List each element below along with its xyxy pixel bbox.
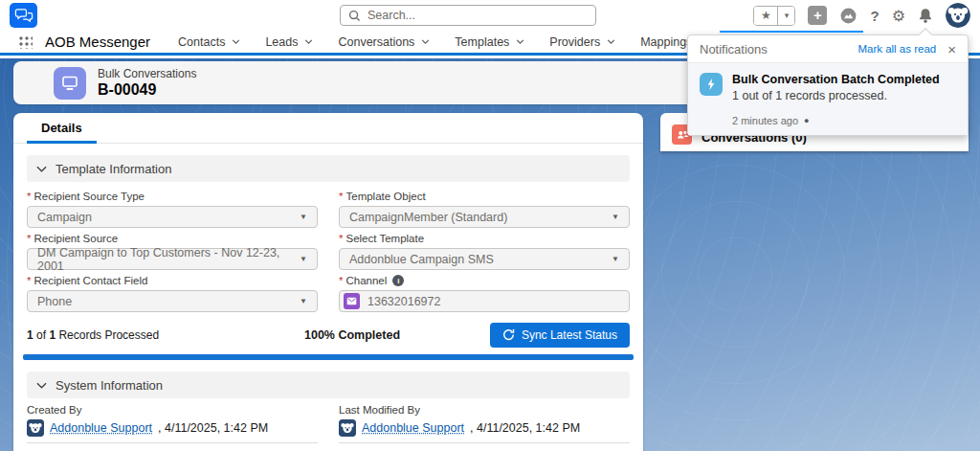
tab-leads[interactable]: Leads [253,31,325,53]
global-header: ★ ▾ + ? ⚙ [0,0,980,31]
trailhead-icon[interactable] [839,7,858,25]
sms-channel-icon [344,293,360,309]
notifications-bell-button[interactable] [918,8,933,24]
recipient-source-type-select[interactable]: Campaign▼ [27,206,318,228]
close-icon[interactable]: × [947,42,956,56]
chevron-down-icon [607,39,615,44]
record-object-label: Bulk Conversations [98,67,196,80]
last-modified-by-user-link[interactable]: Addonblue Support [362,421,464,435]
sync-latest-status-button[interactable]: Sync Latest Status [490,323,630,348]
chevron-down-icon [232,39,240,44]
tab-details[interactable]: Details [27,113,97,144]
app-screen: ★ ▾ + ? ⚙ AOB Messenger Contacts Leads C… [0,0,980,451]
user-avatar-small [339,419,356,437]
user-avatar[interactable] [946,3,970,28]
notifications-title: Notifications [700,42,768,56]
created-by-datetime: , 4/11/2025, 1:42 PM [158,421,268,435]
header-actions: ★ ▾ + ? ⚙ [753,4,970,27]
mark-all-as-read-link[interactable]: Mark all as read [858,43,936,55]
notification-body: 1 out of 1 records processed. [732,89,940,102]
field-template-object: *Template Object CampaignMember (Standar… [339,186,630,228]
select-arrow-icon: ▼ [612,255,619,263]
batch-progress-bar [23,354,634,360]
field-last-modified-by: Last Modified By Addonblue Support, 4/11… [339,404,630,451]
global-add-button[interactable]: + [808,6,827,25]
favorites-dropdown-button[interactable]: ▾ [778,7,794,25]
created-by-user-link[interactable]: Addonblue Support [50,421,152,435]
card-tabs: Details [13,113,643,144]
help-button[interactable]: ? [870,8,879,24]
details-card: Details Template Information *Recipient … [13,113,643,451]
notification-timestamp: 2 minutes ago [732,115,798,126]
tab-conversations[interactable]: Conversations [325,31,442,53]
system-information-fields: Created By Addonblue Support, 4/11/2025,… [13,398,643,451]
records-processed-text: 1 of 1 Records Processed [27,328,159,342]
field-select-template: *Select Template Addonblue Campaign SMS▼ [339,228,630,270]
select-template-select[interactable]: Addonblue Campaign SMS▼ [339,248,630,270]
info-icon[interactable]: i [392,275,404,286]
section-system-information[interactable]: System Information [27,372,630,398]
select-arrow-icon: ▼ [300,297,307,305]
bulk-conversation-record-icon [54,67,86,100]
select-arrow-icon: ▼ [300,213,307,221]
notification-title: Bulk Conversation Batch Completed [732,73,940,86]
tab-contacts[interactable]: Contacts [166,31,253,53]
setup-gear-button[interactable]: ⚙ [892,7,905,25]
search-icon [348,10,361,22]
select-arrow-icon: ▼ [612,213,619,221]
field-recipient-source: *Recipient Source DM Campaign to Top Cus… [27,228,318,270]
chevron-down-icon [36,166,47,172]
notifications-popup: Notifications Mark all as read × Bulk Co… [687,34,969,136]
chevron-down-icon [516,39,524,44]
favorites-star-button[interactable]: ★ [754,7,778,25]
tab-providers[interactable]: Providers [537,31,628,53]
record-name: B-00049 [98,81,196,99]
tab-templates[interactable]: Templates [442,31,537,53]
notification-item[interactable]: Bulk Conversation Batch Completed 1 out … [688,63,968,135]
chevron-down-icon [421,39,430,44]
batch-progress-row: 1 of 1 Records Processed 100% Completed … [27,322,630,348]
field-recipient-contact-field: *Recipient Contact Field Phone▼ [27,270,318,312]
app-name: AOB Messenger [45,34,150,50]
field-recipient-source-type: *Recipient Source Type Campaign▼ [27,186,318,228]
chevron-down-icon [36,382,47,389]
search-input[interactable] [368,9,588,22]
sync-icon [502,328,515,341]
app-launcher-icon[interactable] [18,34,33,49]
section-template-information[interactable]: Template Information [27,155,630,182]
field-created-by: Created By Addonblue Support, 4/11/2025,… [27,404,318,451]
field-channel: *Channeli 13632016972 [339,270,630,312]
template-information-fields: *Recipient Source Type Campaign▼ *Templa… [13,182,643,312]
bolt-icon [700,73,723,96]
channel-input[interactable]: 13632016972 [339,290,630,312]
chevron-down-icon [304,39,313,44]
user-avatar-small [27,419,44,437]
recipient-source-select[interactable]: DM Campaign to Top Customers - Nov 12-23… [27,248,318,270]
recipient-contact-field-select[interactable]: Phone▼ [27,290,318,312]
global-search[interactable] [340,5,596,26]
favorites-control: ★ ▾ [753,6,795,26]
app-logo-icon [10,3,37,28]
template-object-select[interactable]: CampaignMember (Standard)▼ [339,206,630,228]
last-modified-datetime: , 4/11/2025, 1:42 PM [470,421,580,435]
percent-completed-text: 100% Completed [304,328,400,342]
select-arrow-icon: ▼ [300,255,307,263]
unread-dot-icon: ● [804,116,809,125]
